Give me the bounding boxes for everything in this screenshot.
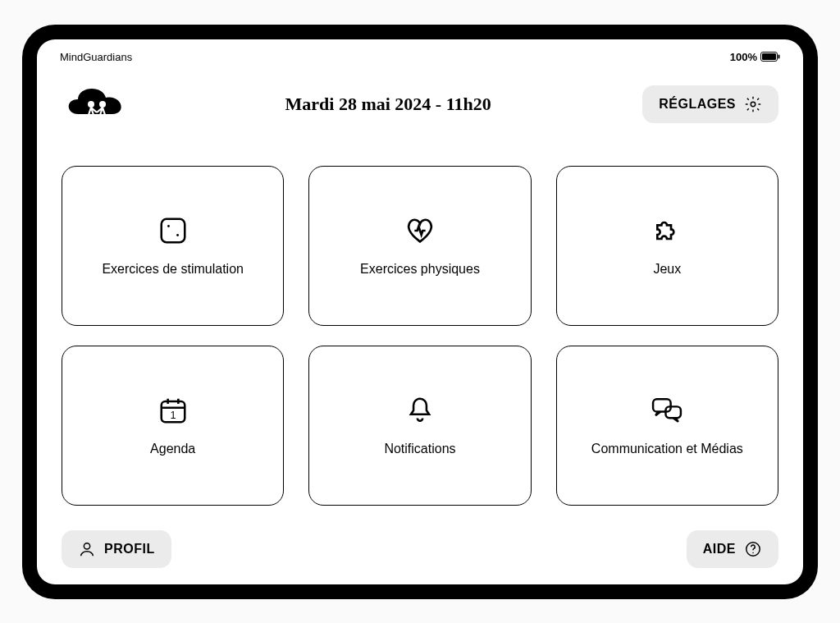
battery-percentage: 100% <box>730 51 757 63</box>
svg-point-15 <box>752 552 753 552</box>
app-name: MindGuardians <box>60 51 132 63</box>
svg-text:1: 1 <box>170 410 176 421</box>
help-circle-icon <box>744 540 762 558</box>
card-physical-exercises[interactable]: Exercices physiques <box>308 166 531 326</box>
help-button[interactable]: AIDE <box>687 530 778 568</box>
card-label: Agenda <box>150 442 195 456</box>
tablet-screen: MindGuardians 100% Mard <box>37 39 803 584</box>
status-bar: MindGuardians 100% <box>60 51 780 63</box>
settings-button[interactable]: RÉGLAGES <box>642 85 778 123</box>
card-communication-media[interactable]: Communication et Médias <box>556 346 778 506</box>
app-logo <box>62 80 134 129</box>
card-notifications[interactable]: Notifications <box>308 346 531 506</box>
date-time-title: Mardi 28 mai 2024 - 11h20 <box>134 94 642 115</box>
dice-icon <box>157 214 189 247</box>
card-label: Notifications <box>384 442 455 456</box>
svg-point-4 <box>99 101 106 108</box>
svg-point-3 <box>88 101 94 108</box>
chat-bubbles-icon <box>651 394 683 427</box>
heart-pulse-icon <box>404 214 436 247</box>
svg-rect-2 <box>778 55 780 59</box>
header-row: Mardi 28 mai 2024 - 11h20 RÉGLAGES <box>60 80 780 129</box>
battery-icon <box>760 52 780 62</box>
bell-icon <box>404 394 436 427</box>
card-label: Exercices physiques <box>360 262 480 277</box>
user-icon <box>78 540 96 558</box>
battery-indicator: 100% <box>730 51 780 63</box>
svg-rect-1 <box>762 53 776 60</box>
svg-point-8 <box>176 234 179 236</box>
gear-icon <box>744 95 762 113</box>
card-agenda[interactable]: 1 Agenda <box>62 346 284 506</box>
card-label: Jeux <box>653 262 681 277</box>
tablet-frame: MindGuardians 100% Mard <box>22 25 818 599</box>
help-label: AIDE <box>703 542 736 557</box>
card-grid: Exercices de stimulation Exercices physi… <box>60 166 780 506</box>
profile-button[interactable]: PROFIL <box>62 530 171 568</box>
card-games[interactable]: Jeux <box>556 166 778 326</box>
profile-label: PROFIL <box>104 542 155 557</box>
card-label: Communication et Médias <box>591 442 743 456</box>
svg-rect-11 <box>653 399 671 411</box>
svg-rect-6 <box>161 219 185 243</box>
svg-point-5 <box>751 102 756 107</box>
settings-label: RÉGLAGES <box>659 97 736 112</box>
svg-point-7 <box>167 225 170 227</box>
svg-point-13 <box>84 543 89 548</box>
puzzle-icon <box>651 214 683 247</box>
calendar-icon: 1 <box>157 394 189 427</box>
cloud-people-icon <box>62 80 134 129</box>
card-stimulation-exercises[interactable]: Exercices de stimulation <box>62 166 284 326</box>
footer-row: PROFIL AIDE <box>60 530 780 568</box>
card-label: Exercices de stimulation <box>102 262 244 277</box>
